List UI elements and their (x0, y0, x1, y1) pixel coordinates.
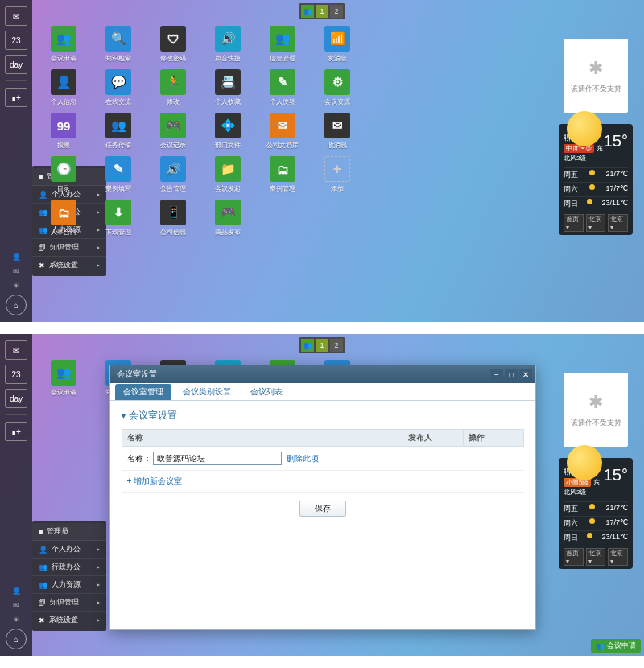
pager-page-2[interactable]: 2 (330, 339, 343, 352)
chevron-right-icon: ▸ (97, 563, 100, 571)
app-icon[interactable]: 👥信息管理 (266, 26, 299, 63)
tab-list[interactable]: 会议列表 (242, 384, 291, 400)
app-icon[interactable]: 💬在线交流 (101, 69, 135, 106)
pager-icon[interactable]: 👥 (301, 5, 314, 18)
window-max-button[interactable]: □ (505, 369, 518, 380)
room-name-input[interactable] (153, 452, 282, 465)
app-label: 商品发布 (215, 228, 241, 237)
app-icon[interactable]: 🏃修改 (156, 69, 190, 106)
app-icon[interactable]: 👥会议申请 (47, 26, 80, 63)
forecast-day: 周日 (564, 199, 578, 209)
status-user-icon[interactable]: 👤 (8, 251, 24, 262)
app-icon[interactable]: 🗂案例管理 (266, 156, 299, 193)
start-menu-header[interactable]: ■管理员 (32, 523, 106, 541)
menu-item-hr[interactable]: 👥人力资源▸ (32, 576, 106, 594)
calendar-icon[interactable]: 23 (5, 365, 27, 384)
weather-select-city1[interactable]: 北京▾ (586, 214, 606, 232)
day-icon[interactable]: day (5, 55, 27, 74)
window-min-button[interactable]: − (490, 369, 503, 380)
save-button[interactable]: 保存 (299, 501, 346, 517)
menu-item-personal[interactable]: 👤个人办公▸ (32, 541, 106, 559)
pager-page-2[interactable]: 2 (330, 5, 343, 18)
app-tile-icon: 🏃 (160, 69, 186, 95)
weather-widget[interactable]: 聊城 晴 小雨5级 东北风2级 15° 周五21/7℃ 周六17/7℃ 周日23… (559, 458, 633, 569)
app-icon[interactable]: ✎个人便签 (266, 69, 299, 106)
people-icon: 👥 (39, 581, 47, 589)
weather-select-city2[interactable]: 北京▾ (608, 548, 628, 566)
add-tile-icon[interactable]: ∎+ (5, 422, 27, 441)
status-user-icon[interactable]: 👤 (8, 585, 24, 596)
weather-select-home[interactable]: 首页▾ (564, 548, 584, 566)
weather-temp: 15° (604, 466, 628, 485)
app-icon[interactable]: +添加 (320, 156, 354, 193)
app-icon[interactable]: 👥任务传输 (101, 113, 135, 150)
pager-page-1[interactable]: 1 (316, 339, 328, 352)
pager-icon[interactable]: 👥 (301, 339, 314, 352)
app-icon[interactable]: 📶发消息 (320, 26, 354, 63)
app-icon[interactable]: ⚙会议资源 (320, 69, 354, 106)
app-icon[interactable]: 🕒目录 (47, 156, 80, 193)
weather-dot-icon (587, 199, 592, 204)
app-icon[interactable]: 🎮商品发布 (211, 200, 245, 237)
app-icon[interactable]: 📁会议发起 (211, 156, 245, 193)
window-tabs: 会议室管理 会议类别设置 会议列表 (110, 383, 535, 401)
add-room-link[interactable]: + 增加新会议室 (127, 476, 183, 485)
weather-select-city2[interactable]: 北京▾ (608, 214, 628, 232)
app-icon[interactable]: 🔍知识检索 (101, 26, 135, 63)
mail-icon[interactable]: ✉ (5, 6, 27, 26)
window-titlebar[interactable]: 会议室设置 − □ ✕ (110, 365, 535, 383)
status-sun-icon[interactable]: ☀ (8, 280, 24, 291)
menu-item-label: 系统设置 (49, 260, 78, 270)
menu-item-knowledge[interactable]: 🗐知识管理▸ (32, 594, 106, 612)
menu-item-admin[interactable]: 👥行政办公▸ (32, 559, 106, 576)
status-msg-icon[interactable]: ✉ (8, 600, 24, 611)
forecast-range: 23/11℃ (601, 199, 628, 209)
app-label: 公司信息 (160, 228, 186, 237)
day-icon[interactable]: day (5, 389, 27, 408)
tab-room-manage[interactable]: 会议室管理 (115, 384, 171, 400)
forecast-row: 周日23/11℃ (564, 530, 628, 545)
forecast-list: 周五21/7℃ 周六17/7℃ 周日23/11℃ (564, 501, 628, 545)
status-msg-icon[interactable]: ✉ (8, 266, 24, 277)
delete-link[interactable]: 删除此项 (287, 454, 319, 463)
app-icon[interactable]: ✉收消息 (320, 113, 354, 150)
corner-meeting-badge[interactable]: 👥 会议申请 (591, 639, 641, 653)
app-icon[interactable]: 💠部门文件 (211, 113, 245, 150)
app-icon[interactable]: 👤个人信息 (47, 69, 80, 106)
tab-category[interactable]: 会议类别设置 (175, 384, 239, 400)
menu-item-label: 知识管理 (50, 242, 79, 253)
app-icon[interactable]: ✉公司文档库 (266, 113, 299, 150)
app-icon[interactable]: 🗂人事合同 (47, 200, 80, 237)
app-icon[interactable]: 🛡修改密码 (156, 26, 190, 63)
app-icon[interactable]: ⬇下载管理 (101, 200, 135, 237)
calendar-icon[interactable]: 23 (5, 31, 27, 50)
pager-page-1[interactable]: 1 (316, 5, 328, 18)
menu-item-settings[interactable]: ✖系统设置▸ (32, 257, 106, 274)
app-icon[interactable]: 🔊声音快捷 (211, 26, 245, 63)
app-icon[interactable]: 🔊公告管理 (156, 156, 190, 193)
home-button[interactable]: ⌂ (6, 629, 27, 649)
sidebar-divider (6, 80, 27, 81)
section-header: 会议室设置 (122, 409, 524, 423)
status-sun-icon[interactable]: ☀ (8, 614, 24, 625)
menu-item-knowledge[interactable]: 🗐知识管理▸ (32, 239, 106, 257)
app-icon[interactable]: 📱公司信息 (156, 200, 190, 237)
forecast-day: 周六 (564, 184, 578, 195)
weather-select-home[interactable]: 首页▾ (564, 214, 584, 232)
mail-icon[interactable]: ✉ (5, 340, 27, 360)
app-icon[interactable]: 99投票 (47, 113, 80, 150)
window-close-button[interactable]: ✕ (519, 369, 532, 380)
col-publisher: 发布人 (403, 430, 464, 447)
menu-item-settings[interactable]: ✖系统设置▸ (32, 612, 106, 629)
table-row: 名称： 删除此项 (122, 447, 524, 471)
app-icon[interactable]: 🎮会议记录 (156, 113, 190, 150)
app-icon[interactable]: 📇个人收藏 (211, 69, 245, 106)
home-button[interactable]: ⌂ (6, 295, 27, 315)
weather-widget[interactable]: 聊城 晴 中度污染 东北风2级 15° 周五21/7℃ 周六17/7℃ 周日23… (559, 124, 633, 235)
weather-select-city1[interactable]: 北京▾ (586, 548, 606, 566)
app-icon[interactable]: ✎案例填写 (101, 156, 135, 193)
app-icon[interactable]: 👥会议申请 (47, 360, 80, 397)
app-tile-icon: 💬 (105, 69, 131, 95)
add-tile-icon[interactable]: ∎+ (5, 88, 27, 107)
app-tile-icon: ⬇ (105, 200, 131, 225)
